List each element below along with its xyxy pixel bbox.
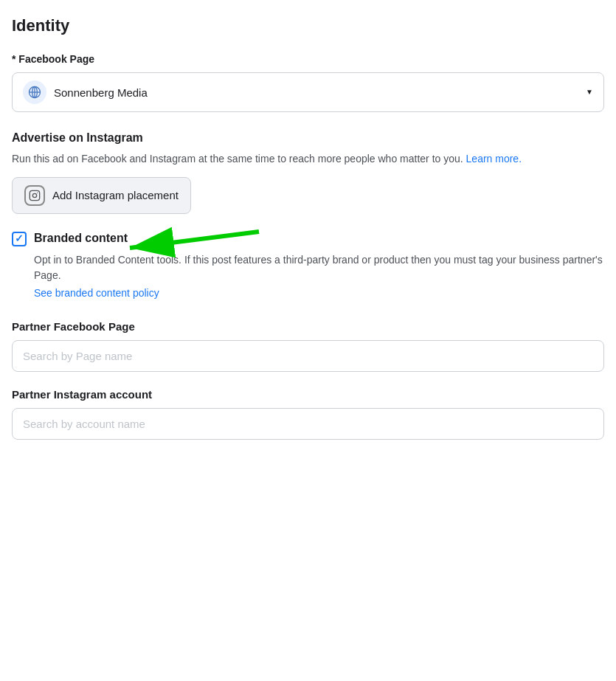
branded-content-label: Branded content <box>34 230 128 246</box>
branded-content-description: Opt in to Branded Content tools. If this… <box>34 252 604 283</box>
page-globe-icon <box>23 80 46 104</box>
branded-content-policy-link[interactable]: See branded content policy <box>34 286 604 301</box>
facebook-page-field-label: * Facebook Page <box>12 52 604 67</box>
facebook-page-value: Sonnenberg Media <box>54 85 586 100</box>
partner-instagram-label: Partner Instagram account <box>12 387 604 402</box>
instagram-icon <box>24 185 45 206</box>
svg-rect-4 <box>30 190 39 200</box>
advertise-description: Run this ad on Facebook and Instagram at… <box>12 151 604 167</box>
partner-facebook-label: Partner Facebook Page <box>12 319 604 334</box>
checkmark-icon: ✓ <box>15 232 24 246</box>
advertise-section-title: Advertise on Instagram <box>12 130 604 146</box>
svg-point-6 <box>37 192 38 193</box>
add-instagram-placement-button[interactable]: Add Instagram placement <box>12 177 191 214</box>
dropdown-chevron-icon: ▼ <box>586 87 593 97</box>
add-instagram-label: Add Instagram placement <box>52 189 179 201</box>
facebook-page-dropdown[interactable]: Sonnenberg Media ▼ <box>12 72 604 112</box>
page-title: Identity <box>12 15 604 38</box>
svg-line-8 <box>130 232 259 248</box>
svg-point-5 <box>32 193 36 197</box>
partner-instagram-input[interactable] <box>12 408 604 440</box>
partner-facebook-input[interactable] <box>12 340 604 372</box>
branded-content-row: ✓ Branded content <box>12 230 604 246</box>
learn-more-link[interactable]: Learn more. <box>466 153 522 165</box>
branded-content-area: ✓ Branded content Opt in to Branded Cont… <box>12 230 604 301</box>
branded-content-checkbox[interactable]: ✓ <box>12 232 27 246</box>
